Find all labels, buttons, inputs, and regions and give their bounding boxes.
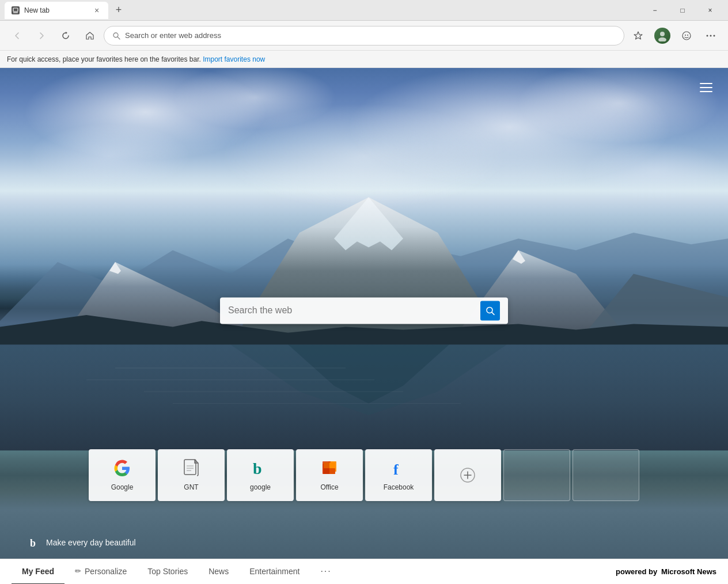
hamburger-line-2 — [700, 87, 712, 88]
quick-link-office-label: Office — [320, 483, 338, 491]
quick-link-placeholder-1 — [503, 449, 570, 501]
import-favorites-link[interactable]: Import favorites now — [203, 55, 265, 63]
emoji-button[interactable] — [676, 25, 697, 46]
svg-point-7 — [685, 35, 686, 36]
quick-link-gnt-label: GNT — [184, 483, 198, 491]
svg-point-5 — [658, 37, 666, 41]
refresh-button[interactable] — [55, 25, 76, 46]
forward-button[interactable] — [31, 25, 52, 46]
new-tab-button[interactable]: + — [111, 2, 127, 18]
quick-link-google-label: Google — [111, 483, 134, 491]
tab-close-button[interactable]: × — [92, 6, 101, 15]
quick-link-add[interactable] — [434, 449, 501, 501]
svg-line-30 — [492, 312, 494, 314]
favorites-bar-text: For quick access, place your favorites h… — [7, 55, 201, 63]
bottom-bar: My Feed ✏ Personalize Top Stories News E… — [0, 559, 728, 584]
url-text: Search or enter web address — [125, 31, 616, 40]
active-tab[interactable]: New tab × — [5, 2, 108, 19]
svg-point-9 — [707, 35, 708, 36]
quick-link-placeholder-2 — [572, 449, 639, 501]
url-search-icon — [112, 32, 120, 40]
tab-more[interactable]: ··· — [310, 559, 342, 585]
quick-link-office[interactable]: Office — [296, 449, 363, 501]
search-icon — [486, 306, 495, 315]
window-controls: − □ × — [642, 0, 723, 21]
main-content: Google GNT b goo — [0, 68, 728, 559]
tab-personalize[interactable]: ✏ Personalize — [65, 559, 137, 585]
svg-rect-40 — [329, 462, 335, 468]
google-icon — [113, 459, 131, 477]
search-button[interactable] — [480, 301, 500, 320]
svg-point-11 — [714, 35, 715, 36]
quick-link-gnt[interactable]: GNT — [158, 449, 225, 501]
svg-rect-41 — [324, 468, 329, 474]
svg-text:b: b — [30, 537, 36, 548]
address-bar: Search or enter web address — [0, 21, 728, 51]
settings-more-button[interactable] — [700, 25, 721, 46]
close-button[interactable]: × — [697, 0, 723, 21]
tab-entertainment[interactable]: Entertainment — [239, 559, 310, 585]
tab-favicon — [12, 6, 20, 14]
svg-rect-31 — [184, 460, 196, 475]
hamburger-line-1 — [700, 83, 712, 84]
favorites-bar: For quick access, place your favorites h… — [0, 51, 728, 68]
quick-links: Google GNT b goo — [89, 449, 639, 501]
back-button[interactable] — [7, 25, 28, 46]
add-icon — [458, 466, 477, 484]
tab-news[interactable]: News — [198, 559, 239, 585]
svg-rect-39 — [324, 462, 329, 468]
tab-my-feed[interactable]: My Feed — [12, 559, 65, 585]
svg-point-6 — [682, 32, 691, 40]
quick-link-google[interactable]: Google — [89, 449, 156, 501]
svg-text:f: f — [393, 461, 399, 477]
facebook-icon: f — [389, 459, 408, 477]
bing-tagline: Make every day beautiful — [46, 538, 136, 547]
url-bar[interactable]: Search or enter web address — [104, 26, 624, 45]
pencil-icon: ✏ — [75, 567, 81, 575]
tab-title: New tab — [24, 6, 50, 14]
minimize-button[interactable]: − — [642, 0, 668, 21]
gnt-icon — [182, 459, 200, 477]
quick-link-bing-label: google — [250, 483, 271, 491]
favorites-star-button[interactable] — [628, 25, 649, 46]
quick-link-facebook-label: Facebook — [384, 483, 414, 491]
hamburger-line-3 — [700, 91, 712, 92]
bing-footer: b Make every day beautiful — [29, 537, 136, 548]
profile-avatar — [654, 28, 670, 44]
bottom-tabs: My Feed ✏ Personalize Top Stories News E… — [12, 559, 616, 585]
home-button[interactable] — [79, 25, 100, 46]
svg-rect-0 — [13, 8, 18, 12]
bing-icon: b — [251, 459, 270, 477]
svg-point-10 — [710, 35, 712, 36]
quick-link-facebook[interactable]: f Facebook — [365, 449, 432, 501]
tab-top-stories[interactable]: Top Stories — [137, 559, 198, 585]
svg-text:b: b — [253, 460, 262, 477]
office-icon — [320, 459, 339, 477]
powered-by: powered by Microsoft News — [616, 567, 716, 576]
profile-button[interactable] — [652, 25, 673, 46]
search-input[interactable] — [228, 305, 475, 316]
microsoft-news-brand: Microsoft News — [661, 567, 716, 576]
bing-logo-icon: b — [29, 537, 40, 548]
quick-link-bing[interactable]: b google — [227, 449, 294, 501]
title-bar: New tab × + − □ × — [0, 0, 728, 21]
svg-rect-42 — [329, 468, 335, 474]
svg-point-8 — [687, 35, 688, 36]
hamburger-menu-button[interactable] — [696, 77, 716, 98]
svg-point-4 — [660, 32, 665, 36]
maximize-button[interactable]: □ — [669, 0, 696, 21]
search-container — [220, 297, 508, 324]
tab-area: New tab × + — [5, 2, 642, 19]
search-box — [220, 297, 508, 324]
svg-line-3 — [117, 37, 120, 39]
more-dots-icon: ··· — [320, 566, 331, 577]
